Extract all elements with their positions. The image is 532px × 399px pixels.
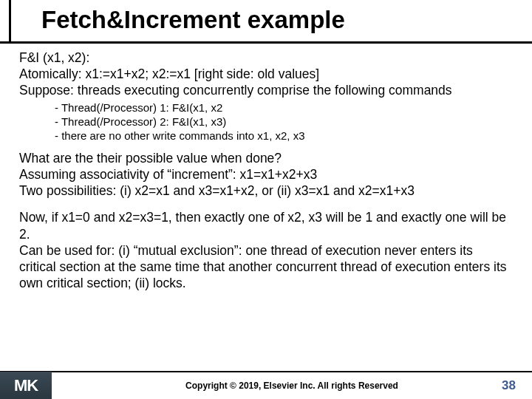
body-line: Atomically: x1:=x1+x2; x2:=x1 [right sid…	[19, 66, 513, 82]
copyright-text: Copyright © 2019, Elsevier Inc. All righ…	[52, 381, 532, 391]
body-line: Assuming associativity of “increment”: x…	[19, 166, 513, 183]
body-line: Suppose: threads executing concurrently …	[19, 82, 513, 98]
body-subline: - there are no other write commands into…	[55, 129, 513, 143]
slide-body: F&I (x1, x2): Atomically: x1:=x1+x2; x2:…	[0, 44, 532, 292]
footer: MK Copyright © 2019, Elsevier Inc. All r…	[0, 371, 532, 399]
publisher-logo: MK	[0, 372, 52, 399]
body-subline: - Thread(/Processor) 1: F&I(x1, x2	[55, 100, 513, 115]
body-line: Can be used for: (i) “mutual exclusion”:…	[19, 242, 513, 292]
body-subline: - Thread(/Processor) 2: F&I(x1, x3)	[55, 115, 513, 129]
body-line: Two possibilities: (i) x2=x1 and x3=x1+x…	[19, 183, 513, 199]
body-line: F&I (x1, x2):	[19, 50, 513, 66]
header: Fetch&Increment example	[0, 0, 532, 44]
body-line: What are the their possible value when d…	[19, 150, 513, 166]
header-vertical-rule	[9, 0, 11, 44]
logo-initials: MK	[14, 376, 38, 395]
page-number: 38	[502, 378, 516, 393]
slide-title: Fetch&Increment example	[41, 6, 345, 34]
body-line: Now, if x1=0 and x2=x3=1, then exactly o…	[19, 209, 513, 242]
